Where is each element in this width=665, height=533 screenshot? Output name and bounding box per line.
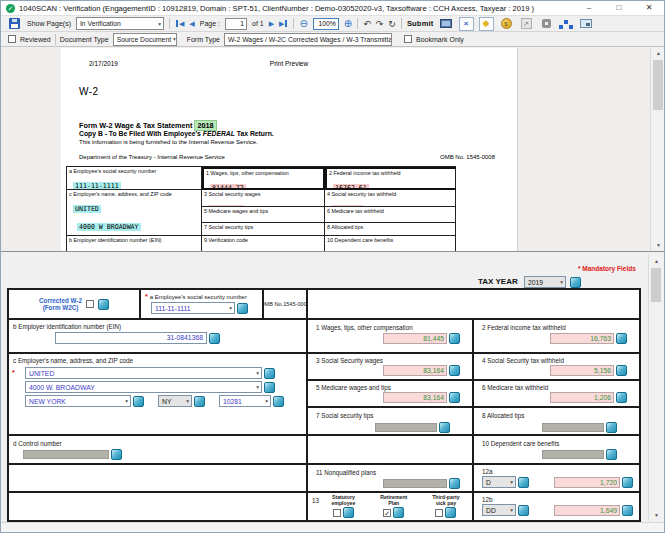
panel-scrollbar[interactable]: ▲ ▼: [648, 255, 664, 521]
scroll-up-icon[interactable]: ▲: [651, 50, 665, 56]
capture-button[interactable]: [579, 17, 594, 31]
maximize-button[interactable]: □: [604, 1, 634, 15]
ein-input[interactable]: 31-0841368: [55, 332, 207, 344]
field-11-input[interactable]: [383, 479, 447, 488]
retirement-plan-checkbox[interactable]: ✓: [383, 509, 391, 517]
source-link-icon[interactable]: [194, 396, 205, 407]
money-bag-icon: $: [501, 18, 512, 29]
source-link-icon[interactable]: [111, 449, 122, 460]
send-to-monitor-button[interactable]: [439, 17, 454, 31]
third-party-sick-pay-checkbox[interactable]: [435, 509, 443, 517]
scroll-down-icon[interactable]: ▼: [649, 512, 664, 518]
show-pages-select[interactable]: In Verification ▾: [76, 17, 164, 30]
scroll-thumb[interactable]: [653, 60, 663, 110]
amount-12a-input[interactable]: 1,720: [554, 477, 620, 488]
source-link-icon[interactable]: [616, 365, 627, 376]
separator: [55, 34, 56, 45]
source-link-icon[interactable]: [133, 396, 144, 407]
statutory-employee-checkbox[interactable]: [333, 509, 341, 517]
source-link-icon[interactable]: [343, 507, 354, 518]
scroll-thumb[interactable]: [651, 268, 661, 302]
source-link-icon[interactable]: [449, 392, 460, 403]
source-link-icon[interactable]: [570, 277, 581, 288]
field-11-label: 11 Nonqualified plans: [316, 469, 472, 476]
source-link-icon[interactable]: [439, 422, 450, 433]
page-first-button[interactable]: ◀: [175, 20, 184, 28]
save-button[interactable]: [7, 17, 22, 31]
field-10-input[interactable]: [542, 450, 604, 459]
zoom-in-button[interactable]: ⊕: [344, 19, 352, 29]
field-2-input[interactable]: 16,763: [550, 333, 614, 344]
source-link-icon[interactable]: [616, 333, 627, 344]
employer-name-select[interactable]: UNITED ▾: [25, 367, 262, 379]
field-3-input[interactable]: 83,164: [383, 365, 447, 376]
field-7-input[interactable]: [375, 423, 437, 432]
page-prev-button[interactable]: ◀: [189, 20, 194, 28]
doc-field-6: 6 Medicare tax withheld 1205.88✔: [325, 207, 456, 223]
zoom-out-button[interactable]: ⊖: [299, 19, 307, 29]
page-next-button[interactable]: ▶: [269, 20, 274, 28]
preview-scrollbar[interactable]: ▲ ▼: [650, 47, 665, 251]
field-5-input[interactable]: 83,164: [383, 392, 447, 403]
export-button[interactable]: ↗: [519, 17, 534, 31]
employer-city-select[interactable]: NEW YORK ▾: [25, 395, 131, 407]
control-number-input[interactable]: [23, 450, 109, 459]
source-link-icon[interactable]: [518, 477, 529, 488]
source-link-icon[interactable]: [606, 422, 617, 433]
code-12b-select[interactable]: DD ▾: [482, 504, 516, 516]
field-5-cell: 5 Medicare wages and tips 83,164: [308, 381, 474, 408]
delete-page-button[interactable]: ×: [459, 17, 474, 31]
field-8-input[interactable]: [542, 423, 604, 432]
source-link-icon[interactable]: [264, 382, 275, 393]
employer-zip-select[interactable]: 10281 ▾: [219, 395, 271, 407]
share-button[interactable]: [559, 17, 574, 31]
ssn-select[interactable]: 111-11-1111 ▾: [151, 302, 235, 314]
settings-button[interactable]: [539, 17, 554, 31]
bookmark-only-checkbox[interactable]: [404, 35, 412, 43]
field-4-input[interactable]: 5,156: [550, 365, 614, 376]
doc-field-7: 7 Social security tips 0.00: [202, 223, 325, 236]
verification-panel: * Mandatory Fields TAX YEAR 2019 ▾ Corre…: [1, 251, 664, 533]
page-last-button[interactable]: ▶: [279, 20, 288, 28]
tax-year-select[interactable]: 2019 ▾: [524, 276, 566, 288]
source-link-icon[interactable]: [445, 507, 456, 518]
rotate-left-button[interactable]: ↶: [363, 19, 371, 29]
employer-street-select[interactable]: 4000 W. BROADWAY ▾: [25, 381, 262, 393]
source-link-icon[interactable]: [393, 507, 404, 518]
rotate-right-button[interactable]: ↷: [376, 19, 384, 29]
source-link-icon[interactable]: [264, 368, 275, 379]
source-link-icon[interactable]: [616, 392, 627, 403]
source-link-icon[interactable]: [606, 449, 617, 460]
ein-label: b Employer identification number (EIN): [13, 323, 306, 330]
scroll-up-icon[interactable]: ▲: [649, 258, 664, 264]
scroll-down-icon[interactable]: ▼: [651, 242, 665, 248]
field-6-input[interactable]: 1,206: [550, 392, 614, 403]
corrected-w2-checkbox[interactable]: [86, 300, 94, 308]
amounts-button[interactable]: $: [499, 17, 514, 31]
zoom-level-input[interactable]: 100%: [313, 18, 339, 30]
close-button[interactable]: ✕: [634, 1, 664, 15]
source-link-icon[interactable]: [449, 333, 460, 344]
rotate-180-button[interactable]: ↻: [388, 19, 396, 29]
source-link-icon[interactable]: [237, 303, 248, 314]
submit-button[interactable]: Submit: [407, 19, 434, 28]
source-link-icon[interactable]: [518, 505, 529, 516]
minimize-button[interactable]: –: [574, 1, 604, 15]
source-link-icon[interactable]: [98, 299, 109, 310]
document-type-select[interactable]: Source Document ▾: [113, 33, 177, 46]
code-12a-select[interactable]: D ▾: [482, 476, 516, 488]
source-link-icon[interactable]: [209, 333, 220, 344]
source-link-icon[interactable]: [622, 477, 633, 488]
reviewed-checkbox[interactable]: [8, 35, 16, 43]
source-link-icon[interactable]: [622, 505, 633, 516]
source-link-icon[interactable]: [273, 396, 284, 407]
employer-state-select[interactable]: NY ▾: [158, 395, 192, 407]
amount-12b-input[interactable]: 1,649: [554, 505, 620, 516]
source-link-icon[interactable]: [449, 478, 460, 489]
source-link-icon[interactable]: [449, 365, 460, 376]
form-type-select[interactable]: W-2 Wages / W-2C Corrected Wages / W-3 T…: [224, 33, 392, 46]
field-3-label: 3 Social Security wages: [316, 357, 472, 364]
field-1-input[interactable]: 81,445: [383, 333, 447, 344]
highlight-toggle-button[interactable]: ◆: [479, 17, 494, 31]
page-number-input[interactable]: 1: [225, 18, 247, 30]
